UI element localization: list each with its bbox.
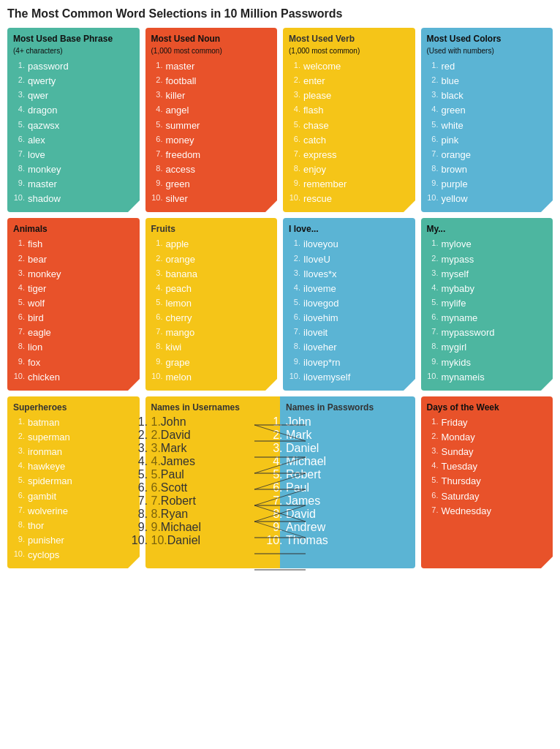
list-item: 2.IloveU: [289, 252, 409, 267]
list-item: 9.fox: [13, 355, 134, 370]
card-my: My... 1.mylove 2.mypass 3.myself 4.mybab…: [421, 218, 553, 390]
svg-line-13: [254, 489, 306, 505]
list-item: 6.pink: [427, 133, 548, 148]
list-item: 10.melon: [151, 370, 272, 385]
list-item: 7.mango: [151, 325, 272, 340]
connector-svg: [218, 415, 342, 576]
card-title-nouns: Most Used Noun: [151, 34, 272, 44]
list-item: 4.dragon: [13, 103, 134, 118]
list-item: 3.myself: [427, 267, 548, 282]
card-title-ilove: I love...: [289, 224, 409, 234]
card-verbs: Most Used Verb (1,000 most common) 1.wel…: [283, 28, 415, 212]
list-item: 4.Tuesday: [427, 459, 548, 474]
list-colors: 1.red 2.blue 3.black 4.green 5.white 6.p…: [427, 59, 548, 206]
list-item: 7.orange: [427, 148, 548, 162]
list-item: 10.silver: [151, 192, 272, 206]
list-item: 8.monkey: [13, 162, 134, 177]
list-nouns: 1.master 2.football 3.killer 4.angel 5.s…: [151, 59, 272, 206]
list-item: 6.alex: [13, 133, 134, 148]
list-item: 5.Thursday: [427, 474, 548, 489]
list-item: 8.iloveher: [289, 340, 409, 355]
list-item: 7.eagle: [13, 325, 134, 340]
list-item: 2.blue: [427, 74, 548, 89]
list-item: 5.mylife: [427, 296, 548, 311]
card-title-superheroes: Superheroes: [13, 402, 134, 413]
list-item: 8.enjoy: [289, 162, 409, 177]
list-item: 6.money: [151, 133, 272, 148]
list-item: 3.Iloves*x: [289, 267, 409, 282]
list-item: 9.green: [151, 177, 272, 192]
list-item: 1.Friday: [427, 415, 548, 430]
list-item: 9.punisher: [13, 533, 134, 548]
list-my: 1.mylove 2.mypass 3.myself 4.mybaby 5.my…: [427, 237, 548, 384]
list-item: 7.love: [13, 148, 134, 162]
list-item: 9.mykids: [427, 355, 548, 370]
list-ilove: 1.iloveyou 2.IloveU 3.Iloves*x 4.iloveme…: [289, 237, 409, 384]
list-item: 10.chicken: [13, 370, 134, 385]
list-item: 10.cyclops: [13, 548, 134, 562]
list-animals: 1.fish 2.bear 3.monkey 4.tiger 5.wolf 6.…: [13, 237, 134, 384]
list-item: 8.brown: [427, 162, 548, 177]
card-title-my: My...: [427, 224, 548, 234]
list-item: 5.wolf: [13, 296, 134, 311]
list-item: 10.yellow: [427, 192, 548, 206]
list-item: 5.chase: [289, 118, 409, 133]
card-title-days: Days of the Week: [427, 402, 548, 413]
card-base-phrase: Most Used Base Phrase (4+ characters) 1.…: [7, 28, 140, 212]
card-title-names-passwords: Names in Passwords: [286, 402, 409, 413]
list-item: 4.flash: [289, 103, 409, 118]
card-title-names-usernames: Names in Usernames: [151, 402, 275, 413]
card-title-verbs: Most Used Verb: [289, 34, 409, 44]
list-item: 6.Saturday: [427, 489, 548, 504]
list-item: 2.Monday: [427, 430, 548, 445]
list-item: 9.ilovep*rn: [289, 355, 409, 370]
list-item: 1.fish: [13, 237, 134, 252]
card-title-colors: Most Used Colors: [427, 34, 548, 44]
card-subtitle-colors: (Used with numbers): [427, 47, 548, 55]
list-item: 7.express: [289, 148, 409, 162]
list-item: 1.welcome: [289, 59, 409, 74]
list-item: 2.qwerty: [13, 74, 134, 89]
list-item: 4.hawkeye: [13, 459, 134, 474]
card-subtitle-nouns: (1,000 most common): [151, 47, 272, 55]
list-item: 2.orange: [151, 252, 272, 267]
list-item: 7.freedom: [151, 148, 272, 162]
list-item: 9.remember: [289, 177, 409, 192]
list-item: 6.bird: [13, 311, 134, 325]
list-verbs: 1.welcome 2.enter 3.please 4.flash 5.cha…: [289, 59, 409, 206]
list-item: 5.lemon: [151, 296, 272, 311]
list-item: 4.iloveme: [289, 282, 409, 296]
list-item: 3.qwer: [13, 89, 134, 103]
list-item: 6.ilovehim: [289, 311, 409, 325]
list-fruits: 1.apple 2.orange 3.banana 4.peach 5.lemo…: [151, 237, 272, 384]
list-item: 7.Wednesday: [427, 504, 548, 519]
list-item: 4.green: [427, 103, 548, 118]
card-title-animals: Animals: [13, 224, 134, 234]
list-item: 3.monkey: [13, 267, 134, 282]
list-item: 2.football: [151, 74, 272, 89]
main-grid: Most Used Base Phrase (4+ characters) 1.…: [7, 28, 553, 568]
list-item: 1.master: [151, 59, 272, 74]
list-item: 5.summer: [151, 118, 272, 133]
page-title: The Most Common Word Selections in 10 Mi…: [7, 7, 553, 20]
list-item: 6.cherry: [151, 311, 272, 325]
card-title-base-phrase: Most Used Base Phrase: [13, 34, 134, 44]
list-days: 1.Friday 2.Monday 3.Sunday 4.Tuesday 5.T…: [427, 415, 548, 519]
list-item: 8.lion: [13, 340, 134, 355]
list-item: 8.thor: [13, 519, 134, 533]
list-item: 7.wolverine: [13, 504, 134, 519]
card-subtitle-verbs: (1,000 most common): [289, 47, 409, 55]
list-item: 3.banana: [151, 267, 272, 282]
list-item: 1.red: [427, 59, 548, 74]
list-item: 3.please: [289, 89, 409, 103]
list-item: 10.ilovemyself: [289, 370, 409, 385]
list-item: 1.batman: [13, 415, 134, 430]
card-animals: Animals 1.fish 2.bear 3.monkey 4.tiger 5…: [7, 218, 140, 390]
list-item: 1.password: [13, 59, 134, 74]
list-item: 10.mynameis: [427, 370, 548, 385]
svg-line-16: [254, 522, 306, 538]
list-item: 5.spiderman: [13, 474, 134, 489]
svg-line-11: [254, 457, 306, 473]
list-item: 6.myname: [427, 311, 548, 325]
list-item: 5.white: [427, 118, 548, 133]
